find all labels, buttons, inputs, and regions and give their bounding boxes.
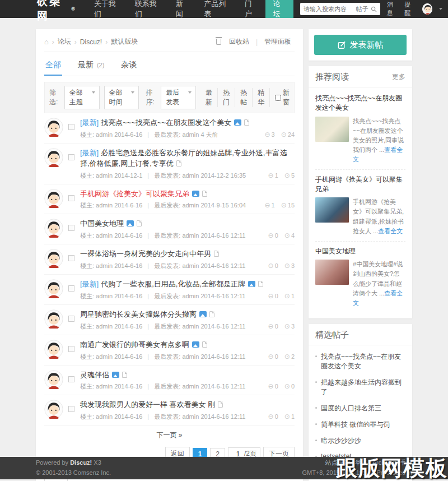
thread-counts: ⊖0 ⊙0 <box>264 382 295 390</box>
thread-title-link[interactable]: 周星驰密约长发美女撞媒体分头撤离 <box>80 310 197 318</box>
attachment-icon[interactable] <box>209 311 214 317</box>
thread-title-link[interactable]: 代购了一些衣服,日用品,化妆品,全部都是正牌 <box>101 280 245 288</box>
search-input[interactable] <box>304 6 354 12</box>
new-post-button[interactable]: 发表新帖 <box>314 35 407 55</box>
recommend-thumbnail[interactable] <box>315 260 349 285</box>
thread-last-reply: 最后发表: admin 2014-6-16 12:11 <box>154 232 245 239</box>
quick-filter-link[interactable]: 热帖 <box>235 88 253 107</box>
attachment-icon[interactable] <box>258 281 263 287</box>
user-avatar[interactable] <box>422 3 432 15</box>
attachment-icon[interactable] <box>214 251 219 257</box>
thread-meta: ⊖0 ⊙0 楼主: admin 2014-6-16 | 最后发表: admin … <box>80 382 295 391</box>
breadcrumb-separator: › <box>52 38 54 46</box>
featured-item-link[interactable]: 把越来越多地生活内容搬到了 <box>321 378 402 396</box>
featured-item-link[interactable]: 简单科技 微信的罪与罚 <box>321 420 390 428</box>
thread-select-checkbox[interactable] <box>68 285 74 292</box>
thread-last-reply: 最后发表: admin 2014-6-16 12:11 <box>154 383 245 390</box>
divider: | <box>147 202 149 209</box>
thread-poster: 楼主: admin 2014-6-16 <box>80 293 142 299</box>
search-icon[interactable] <box>371 6 377 12</box>
thread-title-link[interactable]: 找亮点~~~找亮点~~在朋友圈发这个美女 <box>101 118 231 127</box>
attachment-icon[interactable] <box>202 191 207 197</box>
thread-author-avatar[interactable] <box>44 219 63 238</box>
read-full-link[interactable]: 查看全文 <box>378 228 403 234</box>
thread-title-link[interactable]: 南通广发银行的帅哥美女有点多啊 <box>80 340 189 349</box>
discuz-brand[interactable]: Discuz! <box>70 459 92 466</box>
thread-title-link[interactable]: 灵魂伴侣 <box>80 371 109 379</box>
recommend-item-title[interactable]: 手机网游《抢美女》可以聚集兄弟 <box>315 175 403 193</box>
thread-counts: ⊖0 ⊙1 <box>264 292 295 300</box>
thread-select-checkbox[interactable] <box>68 124 74 130</box>
thread-author-avatar[interactable] <box>44 189 63 208</box>
thread-select-checkbox[interactable] <box>68 225 74 231</box>
sort-select[interactable]: 最后发表 <box>161 86 196 109</box>
thread-select-checkbox[interactable] <box>68 316 74 322</box>
nav-menu-item[interactable]: 联系我们 <box>127 0 168 18</box>
admin-panel-link[interactable]: 管理面板 <box>264 37 291 47</box>
user-menu-caret-icon[interactable] <box>439 8 442 10</box>
thread-title-link[interactable]: 中国美女地理 <box>80 219 124 228</box>
thread-select-checkbox[interactable] <box>68 376 74 382</box>
thread-title-link[interactable]: 我发现我跟男人的爱好一样 喜欢看美女 刚 <box>80 400 215 409</box>
topic-filter-select[interactable]: 全部主题 <box>64 86 100 109</box>
thread-select-checkbox[interactable] <box>68 406 74 412</box>
featured-item-link[interactable]: 暗示沙沙沙沙 <box>321 437 361 445</box>
featured-item-link[interactable]: 找亮点~~~找亮点~~在朋友圈发这个美女 <box>321 353 401 370</box>
alerts-link[interactable]: 提醒 <box>404 1 416 17</box>
nav-menu-item[interactable]: 门户 <box>237 0 265 18</box>
thread-author-avatar[interactable] <box>44 400 63 419</box>
thread-author-avatar[interactable] <box>44 309 63 329</box>
thread-author-avatar[interactable] <box>44 148 63 167</box>
nav-menu-item[interactable]: 论坛 <box>265 0 293 18</box>
thread-title-link[interactable]: 一裸体浴场一身材完美的少女走向中年男 <box>80 249 211 258</box>
home-icon[interactable]: ⌂ <box>44 38 49 46</box>
thread-tab[interactable]: 全部 <box>44 57 62 76</box>
recommend-item-title[interactable]: 找亮点~~~找亮点~~在朋友圈发这个美女 <box>315 94 402 112</box>
attachment-icon[interactable] <box>244 119 249 126</box>
thread-author-avatar[interactable] <box>44 340 63 359</box>
quick-filter-link[interactable]: 热门 <box>218 88 235 107</box>
thread-title-link[interactable]: 手机网游《抢美女》可以聚集兄弟 <box>80 189 189 198</box>
nav-menu-item[interactable]: 产品列表 <box>196 0 237 18</box>
nav-menu-item[interactable]: 新闻 <box>168 0 196 18</box>
quick-filter-link[interactable]: 最新 <box>200 88 218 107</box>
new-window-checkbox[interactable] <box>275 95 281 101</box>
thread-title-link[interactable]: 必胜宅急送是必胜客欢乐餐厅的姐妹品牌,专业外送,丰富选择,价格低廉,网上订餐,专… <box>80 149 287 168</box>
thread-tab[interactable]: 最新 (2) <box>77 57 105 76</box>
attachment-icon[interactable] <box>202 341 207 348</box>
time-filter-select[interactable]: 全部时间 <box>104 86 139 109</box>
thread-select-checkbox[interactable] <box>68 255 74 261</box>
next-page-link[interactable]: 下一页 » <box>157 431 183 439</box>
recommend-item-desc: 手机网游《抢美女》可以聚集兄弟,组建帮派,抢妹抢书抢女人 ...查看全文 <box>353 197 405 235</box>
nav-menu-item[interactable]: 关于我们 <box>86 0 127 18</box>
thread-author-avatar[interactable] <box>44 279 63 298</box>
quick-filter-link[interactable]: 精华 <box>253 88 270 107</box>
breadcrumb-forum[interactable]: 论坛 <box>58 37 71 47</box>
breadcrumb-board[interactable]: 默认版块 <box>111 37 138 47</box>
recommend-thumbnail[interactable] <box>315 117 349 142</box>
thread-select-checkbox[interactable] <box>68 154 74 160</box>
recommend-more-link[interactable]: 更多 <box>392 72 405 82</box>
recommend-thumbnail[interactable] <box>315 197 349 223</box>
recommend-item-body: 找亮点~~~找亮点~~在朋友圈发这个美女的照片,同事说我们两个 ...查看全文 <box>315 117 405 164</box>
thread-last-reply: 最后发表: admin 2014-6-16 12:11 <box>154 323 245 330</box>
thread-author-avatar[interactable] <box>44 249 63 268</box>
recycle-bin-link[interactable]: 回收站 <box>229 37 249 47</box>
messages-link[interactable]: 消息 <box>387 1 398 17</box>
breadcrumb-discuz[interactable]: Discuz! <box>80 38 102 46</box>
site-logo[interactable]: 砍柴网® <box>0 0 86 18</box>
thread-select-checkbox[interactable] <box>68 346 74 352</box>
thread-select-checkbox[interactable] <box>68 195 74 201</box>
attachment-icon[interactable] <box>218 401 223 408</box>
thread-content: 手机网游《抢美女》可以聚集兄弟 ⊖1 ⊙15 楼主: admin 2014-6-… <box>80 189 295 210</box>
recommend-item-title[interactable]: 中国美女地理 <box>315 247 356 255</box>
thread-tab[interactable]: 杂谈 <box>120 57 138 76</box>
attachment-icon[interactable] <box>122 372 127 378</box>
attachment-icon[interactable] <box>176 160 181 166</box>
search-type-select[interactable]: 帖子 <box>356 5 368 13</box>
featured-item-link[interactable]: 国度的人口排名第三 <box>321 404 381 412</box>
thread-content: 一裸体浴场一身材完美的少女走向中年男 ⊖0 ⊙3 楼主: admin 2014-… <box>80 249 295 270</box>
thread-author-avatar[interactable] <box>44 370 63 389</box>
thread-author-avatar[interactable] <box>44 118 63 137</box>
attachment-icon[interactable] <box>137 220 142 226</box>
